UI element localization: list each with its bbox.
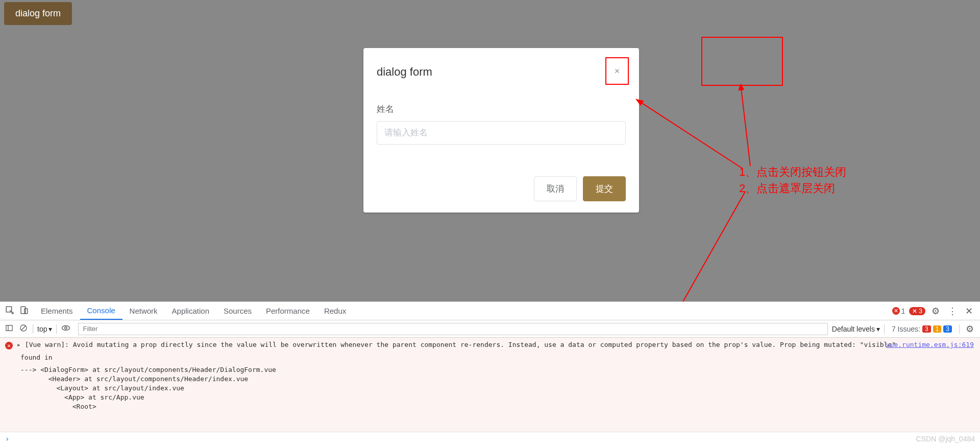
issues-summary[interactable]: 7 Issues: 3 1 3 [889, 325, 955, 333]
message-count: 3 [919, 308, 922, 315]
close-icon[interactable]: × [615, 66, 620, 77]
dialog-header: dialog form × [363, 48, 639, 85]
devtools-close-icon[interactable]: ✕ [963, 306, 975, 317]
dialog: dialog form × 姓名 取消 提交 [363, 48, 639, 213]
tab-redux[interactable]: Redux [317, 302, 353, 320]
settings-icon[interactable]: ⚙ [929, 306, 942, 317]
devtools-tabbar: Elements Console Network Application Sou… [0, 302, 980, 320]
chevron-down-icon: ▾ [48, 325, 52, 333]
tab-sources[interactable]: Sources [216, 302, 259, 320]
found-in-label: found in [20, 354, 975, 361]
clear-console-icon[interactable] [18, 324, 29, 334]
issues-warning-badge: 1 [933, 325, 942, 333]
name-input[interactable] [377, 121, 626, 145]
prompt-chevron-icon: › [5, 435, 9, 443]
console-error-row[interactable]: ✕ ▸ [Vue warn]: Avoid mutating a prop di… [5, 341, 975, 349]
log-levels-selector[interactable]: Default levels ▾ [832, 325, 880, 333]
tab-network[interactable]: Network [122, 302, 165, 320]
svg-point-10 [62, 326, 70, 331]
svg-line-1 [741, 88, 750, 166]
error-icon: ✕ [5, 342, 13, 349]
annotation-line2: 2、点击遮罩层关闭 [739, 180, 846, 197]
console-toolbar: top ▾ Default levels ▾ 7 Issues: 3 1 3 ⚙ [0, 320, 980, 338]
sidebar-toggle-icon[interactable] [4, 324, 14, 334]
live-expression-icon[interactable] [61, 324, 71, 333]
svg-line-0 [641, 102, 743, 169]
tab-elements[interactable]: Elements [34, 302, 80, 320]
watermark: CSDN @jqh_0484 [916, 435, 975, 443]
annotation-text: 1、点击关闭按钮关闭 2、点击遮罩层关闭 [739, 164, 846, 197]
chevron-down-icon: ▾ [876, 325, 880, 333]
name-label: 姓名 [377, 103, 626, 115]
dialog-title: dialog form [377, 65, 432, 79]
annotation-close-highlight: × [605, 57, 629, 85]
open-dialog-button[interactable]: dialog form [4, 2, 72, 25]
issues-info-badge: 3 [943, 325, 952, 333]
annotation-arrow-1-icon [635, 77, 753, 174]
annotation-overlay-highlight [701, 37, 783, 86]
tab-performance[interactable]: Performance [259, 302, 317, 320]
more-icon[interactable]: ⋮ [946, 306, 959, 317]
devtools-panel: Elements Console Network Application Sou… [0, 301, 980, 445]
error-count: 1 [901, 307, 905, 315]
cancel-button[interactable]: 取消 [534, 176, 577, 201]
submit-button[interactable]: 提交 [583, 176, 626, 201]
source-link[interactable]: vue.runtime.esm.js:619 [886, 341, 974, 348]
svg-rect-6 [6, 325, 12, 331]
tab-console[interactable]: Console [80, 302, 122, 320]
issues-label: 7 Issues: [892, 325, 920, 333]
error-indicator-icon[interactable]: ✕1 [892, 307, 905, 315]
app-overlay[interactable]: dialog form dialog form × 姓名 取消 提交 1、点击关… [0, 0, 980, 301]
console-output: ✕ ▸ [Vue warn]: Avoid mutating a prop di… [0, 338, 980, 432]
component-trace: ---> <DialogForm> at src/layout/componen… [20, 365, 975, 411]
annotation-line1: 1、点击关闭按钮关闭 [739, 164, 846, 180]
console-settings-icon[interactable]: ⚙ [964, 323, 976, 335]
expand-icon[interactable]: ▸ [17, 341, 21, 348]
svg-line-9 [21, 326, 26, 330]
context-selector[interactable]: top ▾ [37, 325, 52, 333]
filter-input[interactable] [78, 323, 827, 335]
svg-rect-4 [21, 307, 26, 314]
device-icon[interactable] [19, 306, 29, 316]
inspect-icon[interactable] [5, 306, 14, 316]
svg-point-11 [65, 327, 67, 330]
console-prompt[interactable]: › [0, 432, 980, 445]
annotation-arrow-2-icon [730, 84, 761, 171]
dialog-body: 姓名 [363, 85, 639, 150]
log-message: [Vue warn]: Avoid mutating a prop direct… [25, 341, 896, 348]
dialog-footer: 取消 提交 [363, 150, 639, 213]
tab-application[interactable]: Application [165, 302, 216, 320]
issues-error-badge: 3 [922, 325, 931, 333]
message-badge[interactable]: ✕3 [909, 307, 925, 315]
